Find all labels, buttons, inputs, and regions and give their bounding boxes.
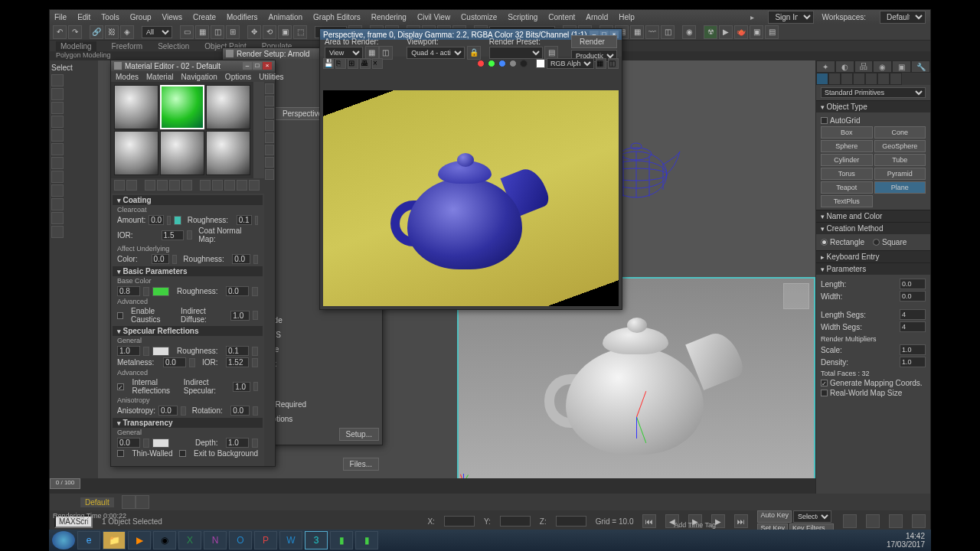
coat-ior-input[interactable]: 1.5	[162, 230, 184, 240]
setup-button[interactable]: Setup...	[339, 428, 379, 441]
placement-button[interactable]: ⬚	[293, 25, 307, 39]
autokey-button[interactable]: Auto Key	[757, 510, 792, 523]
category-dropdown[interactable]: Standard Primitives	[821, 87, 926, 98]
intref-checkbox[interactable]	[117, 383, 124, 390]
lt-8[interactable]	[51, 171, 64, 183]
square-radio[interactable]	[873, 239, 880, 246]
space-subtab[interactable]	[877, 73, 890, 85]
caustics-checkbox[interactable]	[117, 312, 123, 319]
taskbar-media[interactable]: ▶	[128, 531, 151, 549]
mat-menu-options[interactable]: Options	[225, 73, 251, 81]
menu-group[interactable]: Group	[130, 13, 152, 21]
select-button[interactable]: ▭	[180, 25, 194, 39]
system-tray[interactable]: 14:4217/03/2017	[887, 532, 928, 549]
scale-button[interactable]: ▣	[278, 25, 292, 39]
mt-put[interactable]	[126, 180, 137, 191]
redo-button[interactable]: ↷	[68, 25, 82, 39]
channel-g[interactable]	[488, 60, 495, 67]
files-button[interactable]: Files...	[343, 458, 379, 471]
cameras-subtab[interactable]	[853, 73, 865, 85]
mat-min-button[interactable]: –	[243, 62, 252, 70]
taskbar-ie[interactable]: e	[77, 531, 100, 549]
motion-tab[interactable]: ◉	[873, 60, 892, 73]
ribbon-modeling[interactable]: Modeling	[56, 41, 96, 51]
prim-teapot[interactable]: Teapot	[821, 181, 873, 194]
amount-input[interactable]: 0.0	[149, 215, 164, 225]
length-input[interactable]	[900, 279, 926, 289]
area-dropdown[interactable]: View	[325, 47, 363, 59]
trans-weight-input[interactable]: 0.0	[117, 438, 140, 448]
mt-fwd[interactable]	[224, 180, 235, 191]
rvt-save[interactable]: 💾	[323, 58, 334, 69]
trans-color-swatch[interactable]	[152, 439, 169, 448]
prim-cone[interactable]: Cone	[874, 126, 926, 139]
menu-scripting[interactable]: Scripting	[508, 13, 537, 21]
render-button[interactable]: 🫖	[734, 25, 748, 39]
channel-a[interactable]	[509, 60, 517, 67]
mt-assign[interactable]	[145, 180, 155, 191]
gen-mapping-checkbox[interactable]	[821, 380, 828, 386]
z-input[interactable]	[556, 516, 586, 527]
mat-side-4[interactable]	[265, 120, 274, 131]
menu-tools[interactable]: Tools	[101, 13, 119, 21]
preset-btn[interactable]: ▤	[544, 46, 558, 60]
render-iter-button[interactable]: ▤	[765, 25, 779, 39]
lt-2[interactable]	[51, 88, 64, 100]
ispec-input[interactable]: 1.0	[233, 382, 250, 392]
mat-menu-material[interactable]: Material	[146, 73, 174, 81]
ribbon-freeform[interactable]: Freeform	[112, 42, 143, 51]
menu-file[interactable]: File	[54, 13, 67, 21]
vp-lock[interactable]: 🔒	[467, 46, 481, 60]
curve-editor-button[interactable]: 〰	[645, 25, 659, 39]
rect-radio[interactable]	[821, 239, 828, 246]
prim-pyramid[interactable]: Pyramid	[874, 168, 926, 180]
rvt-print[interactable]: 🖶	[360, 58, 371, 69]
unlink-button[interactable]: ⛓	[105, 25, 119, 39]
mt-show[interactable]	[200, 180, 211, 191]
lt-9[interactable]	[51, 184, 64, 197]
mat-menu-utilities[interactable]: Utilities	[259, 73, 283, 81]
area-btn1[interactable]: ▦	[365, 46, 379, 60]
nav-3[interactable]	[889, 514, 903, 528]
spec-weight-input[interactable]: 1.0	[117, 346, 140, 356]
lt-10[interactable]	[51, 198, 64, 210]
taskbar-outlook[interactable]: O	[229, 531, 252, 549]
material-editor-button[interactable]: ◉	[682, 25, 696, 39]
render-frame-button[interactable]: ▶	[719, 25, 733, 39]
base-weight-input[interactable]: 0.8	[117, 286, 140, 296]
channel-b[interactable]	[498, 60, 506, 67]
mat-slot-4[interactable]	[114, 131, 158, 175]
move-button[interactable]: ✥	[247, 25, 261, 39]
mat-side-3[interactable]	[265, 108, 274, 119]
name-color-rollout[interactable]: ▾ Name and Color	[816, 210, 930, 222]
workspace-dropdown[interactable]: Default	[880, 11, 926, 24]
coat-rough-input[interactable]: 0.1	[237, 215, 252, 225]
utilities-tab[interactable]: 🔧	[911, 60, 930, 73]
nav-1[interactable]	[843, 514, 857, 528]
mt-opts[interactable]	[237, 180, 247, 191]
spec-color-swatch[interactable]	[152, 347, 169, 356]
basic-params-header[interactable]: ▾ Basic Parameters	[113, 266, 263, 276]
ribbon-selection[interactable]: Selection	[158, 42, 189, 51]
taskbar-chrome[interactable]: ◉	[153, 531, 176, 549]
material-editor-titlebar[interactable]: Material Editor - 02 - Default –□×	[111, 60, 275, 71]
mat-side-1[interactable]	[265, 83, 274, 94]
lights-subtab[interactable]	[841, 73, 853, 85]
shapes-subtab[interactable]	[828, 73, 841, 85]
menu-help[interactable]: Help	[619, 13, 635, 21]
lt-1[interactable]	[51, 74, 64, 86]
mat-menu-navigation[interactable]: Navigation	[181, 73, 217, 81]
transparency-header[interactable]: ▾ Transparency	[113, 418, 263, 428]
viewport-dropdown[interactable]: Quad 4 - active	[407, 47, 465, 59]
nav-2[interactable]	[866, 514, 880, 528]
link-button[interactable]: 🔗	[90, 25, 103, 39]
render-setup-button[interactable]: ☢	[704, 25, 717, 39]
mat-side-2[interactable]	[265, 96, 274, 106]
mt-back[interactable]	[212, 180, 223, 191]
spec-ior-input[interactable]: 1.52	[226, 357, 249, 367]
modify-tab[interactable]: ◐	[835, 60, 854, 73]
taskbar-word[interactable]: W	[279, 531, 302, 549]
menu-create[interactable]: Create	[193, 13, 216, 21]
viewcube-icon[interactable]	[783, 283, 809, 309]
realworld-checkbox[interactable]	[821, 390, 828, 396]
